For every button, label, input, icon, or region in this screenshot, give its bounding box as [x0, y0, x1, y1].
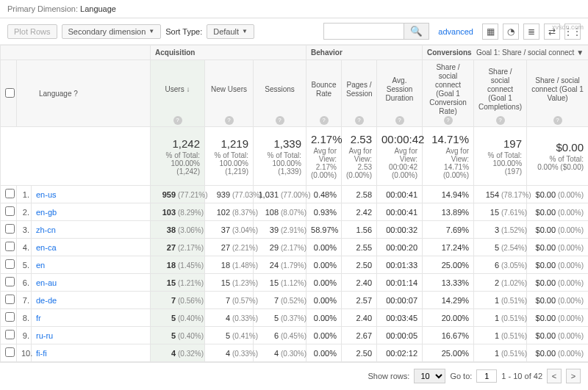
- help-icon[interactable]: ?: [553, 116, 562, 125]
- caret-down-icon: ▼: [242, 28, 248, 35]
- table-row: 4.en-ca27(2.17%)27(2.21%)29(2.17%)0.00%2…: [1, 239, 589, 256]
- help-icon[interactable]: ?: [173, 116, 182, 125]
- page-range: 1 - 10 of 42: [501, 372, 542, 380]
- row-index: 6.: [17, 274, 32, 292]
- row-checkbox[interactable]: [5, 312, 15, 322]
- goto-input[interactable]: [476, 369, 497, 383]
- view-percent-icon[interactable]: ◔: [503, 24, 519, 40]
- search-input[interactable]: [323, 23, 404, 40]
- help-icon[interactable]: ?: [395, 116, 404, 125]
- row-index: 2.: [17, 203, 32, 221]
- conversion-goal-dropdown[interactable]: Goal 1: Share / social connect ▼: [476, 48, 584, 57]
- sort-type-dropdown[interactable]: Default▼: [207, 24, 254, 39]
- sort-type-label: Sort Type:: [165, 27, 202, 36]
- col-language[interactable]: Language ?: [17, 60, 151, 127]
- col-sessions[interactable]: Sessions?: [254, 60, 306, 127]
- row-index: 5.: [17, 256, 32, 274]
- table-row: 8.fr5(0.40%)4(0.33%)5(0.37%)0.00%2.4000:…: [1, 309, 589, 327]
- help-icon[interactable]: ?: [496, 116, 505, 125]
- language-link[interactable]: zh-cn: [36, 225, 56, 234]
- row-index: 10.: [17, 344, 32, 362]
- view-performance-icon[interactable]: ≣: [523, 24, 539, 40]
- row-checkbox[interactable]: [5, 347, 15, 357]
- rows-per-page-select[interactable]: 10: [414, 369, 445, 383]
- row-checkbox[interactable]: [5, 259, 15, 269]
- primary-dimension-label: Primary Dimension:: [7, 4, 78, 13]
- col-new-users[interactable]: New Users?: [205, 60, 254, 127]
- chevron-right-icon: >: [571, 372, 576, 380]
- language-link[interactable]: de-de: [36, 296, 57, 305]
- group-acquisition: Acquisition: [151, 46, 306, 60]
- row-index: 9.: [17, 327, 32, 344]
- advanced-link[interactable]: advanced: [438, 27, 473, 36]
- next-page-button[interactable]: >: [566, 369, 581, 383]
- group-behavior: Behavior: [306, 46, 423, 60]
- sort-desc-icon: ↓: [186, 85, 190, 93]
- language-link[interactable]: fr: [36, 314, 41, 322]
- row-checkbox[interactable]: [5, 242, 15, 251]
- help-icon[interactable]: ?: [444, 116, 453, 125]
- caret-down-icon: ▼: [576, 48, 584, 57]
- row-checkbox[interactable]: [5, 224, 15, 234]
- table-row: 9.ru-ru5(0.40%)5(0.41%)6(0.45%)0.00%2.67…: [1, 327, 589, 344]
- row-index: 1.: [17, 186, 32, 203]
- row-checkbox[interactable]: [5, 189, 15, 198]
- primary-dimension-bar: Primary Dimension: Language: [0, 0, 588, 18]
- chevron-left-icon: <: [552, 372, 556, 380]
- table-row: 3.zh-cn38(3.06%)37(3.04%)39(2.91%)58.97%…: [1, 221, 589, 239]
- watermark: xvsdn.com: [552, 24, 584, 31]
- show-rows-label: Show rows:: [368, 372, 410, 380]
- language-link[interactable]: en-us: [36, 190, 57, 199]
- row-checkbox[interactable]: [5, 277, 15, 286]
- language-link[interactable]: en-au: [36, 278, 57, 287]
- table-row: 5.en18(1.45%)18(1.48%)24(1.79%)0.00%2.50…: [1, 256, 589, 274]
- pager: Show rows: 10 Go to: 1 - 10 of 42 < >: [0, 362, 588, 389]
- search-button[interactable]: 🔍: [404, 23, 429, 40]
- col-conv-rate[interactable]: Share / social connect (Goal 1 Conversio…: [423, 60, 474, 127]
- col-value[interactable]: Share / social connect (Goal 1 Value)?: [527, 60, 588, 127]
- help-icon[interactable]: ?: [355, 116, 364, 125]
- view-table-icon[interactable]: ▦: [482, 24, 498, 40]
- row-checkbox[interactable]: [5, 330, 15, 339]
- col-users[interactable]: Users ↓?: [151, 60, 205, 127]
- prev-page-button[interactable]: <: [547, 369, 562, 383]
- table-row: 7.de-de7(0.56%)7(0.57%)7(0.52%)0.00%2.57…: [1, 292, 589, 309]
- plot-rows-button[interactable]: Plot Rows: [7, 24, 57, 39]
- row-index: 8.: [17, 309, 32, 327]
- language-link[interactable]: ru-ru: [36, 331, 53, 340]
- group-conversions: Conversions Goal 1: Share / social conne…: [423, 46, 588, 60]
- secondary-dimension-dropdown[interactable]: Secondary dimension▼: [62, 24, 162, 39]
- row-checkbox[interactable]: [5, 295, 15, 304]
- help-icon[interactable]: ?: [276, 116, 284, 125]
- help-icon[interactable]: ?: [225, 116, 234, 125]
- col-completions[interactable]: Share / social connect (Goal 1 Completio…: [474, 60, 527, 127]
- language-link[interactable]: en-ca: [36, 243, 57, 252]
- table-row: 10.fi-fi4(0.32%)4(0.33%)4(0.30%)0.00%2.5…: [1, 344, 589, 362]
- col-duration[interactable]: Avg. Session Duration?: [377, 60, 423, 127]
- table-row: 1.en-us959(77.21%)939(77.03%)1,031(77.00…: [1, 186, 589, 203]
- language-link[interactable]: en-gb: [36, 208, 57, 217]
- toolbar: Plot Rows Secondary dimension▼ Sort Type…: [0, 18, 588, 45]
- primary-dimension-value[interactable]: Language: [80, 4, 116, 13]
- totals-row: 1,242% of Total: 100.00% (1,242) 1,219% …: [1, 127, 589, 186]
- search-box: 🔍: [323, 23, 429, 40]
- table-row: 2.en-gb103(8.29%)102(8.37%)108(8.07%)0.9…: [1, 203, 589, 221]
- language-link[interactable]: fi-fi: [36, 349, 47, 358]
- help-icon[interactable]: ?: [74, 90, 78, 98]
- row-checkbox[interactable]: [5, 206, 15, 216]
- goto-label: Go to:: [450, 372, 472, 380]
- row-index: 3.: [17, 221, 32, 239]
- select-all-checkbox[interactable]: [5, 88, 15, 98]
- col-bounce[interactable]: Bounce Rate?: [306, 60, 342, 127]
- search-icon: 🔍: [410, 26, 423, 37]
- row-index: 7.: [17, 292, 32, 309]
- data-table: Acquisition Behavior Conversions Goal 1:…: [0, 45, 588, 362]
- row-index: 4.: [17, 239, 32, 256]
- caret-down-icon: ▼: [148, 28, 154, 35]
- language-link[interactable]: en: [36, 261, 45, 270]
- help-icon[interactable]: ?: [320, 116, 329, 125]
- col-pps[interactable]: Pages / Session?: [342, 60, 377, 127]
- table-row: 6.en-au15(1.21%)15(1.23%)15(1.12%)0.00%2…: [1, 274, 589, 292]
